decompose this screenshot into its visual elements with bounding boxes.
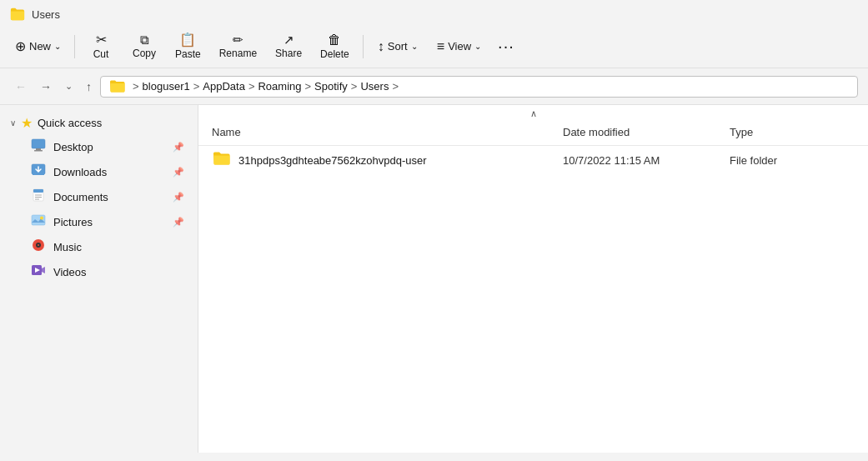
paste-label: Paste: [175, 48, 201, 60]
up-button[interactable]: ↑: [81, 77, 97, 97]
share-icon: ↗: [283, 33, 294, 46]
copy-label: Copy: [133, 48, 156, 59]
delete-button[interactable]: 🗑 Delete: [312, 28, 358, 65]
quick-access-label: Quick access: [38, 117, 102, 129]
sidebar-item-desktop[interactable]: Desktop 📌: [3, 134, 194, 159]
path-separator-5: >: [392, 80, 399, 93]
title-folder-icon: [10, 7, 25, 22]
share-button[interactable]: ↗ Share: [267, 28, 310, 65]
back-button[interactable]: ←: [10, 77, 32, 97]
file-area: ∧ Name Date modified Type 31hpdps3gdhtea…: [198, 105, 868, 453]
desktop-pin-icon: 📌: [173, 142, 184, 153]
sidebar-desktop-label: Desktop: [53, 141, 166, 153]
sidebar-item-downloads[interactable]: Downloads 📌: [3, 159, 194, 184]
main-layout: ∨ ★ Quick access Desktop 📌 Downloads 📌 D…: [0, 105, 868, 453]
view-icon: ≡: [437, 39, 444, 54]
svg-rect-6: [33, 189, 43, 193]
path-separator-0: >: [133, 80, 139, 93]
downloads-pin-icon: 📌: [173, 167, 184, 178]
path-separator-2: >: [248, 80, 255, 93]
new-chevron-icon: ⌄: [54, 42, 61, 51]
music-icon: [30, 238, 47, 255]
sidebar-item-documents[interactable]: Documents 📌: [3, 184, 194, 209]
forward-button[interactable]: →: [35, 77, 57, 97]
pictures-icon: [30, 213, 47, 230]
sort-chevron-icon: ⌄: [411, 42, 418, 51]
sidebar-item-videos[interactable]: Videos: [3, 259, 194, 284]
documents-pin-icon: 📌: [173, 192, 184, 203]
quick-access-header[interactable]: ∨ ★ Quick access: [3, 112, 194, 134]
rename-label: Rename: [219, 48, 257, 59]
folder-icon: [212, 151, 232, 170]
sidebar-music-label: Music: [53, 241, 184, 253]
videos-icon: [30, 263, 47, 280]
share-label: Share: [275, 48, 302, 59]
path-separator-3: >: [305, 80, 312, 93]
path-spotify[interactable]: Spotify: [314, 80, 348, 93]
copy-icon: ⧉: [140, 33, 149, 46]
view-button[interactable]: ≡ View ⌄: [429, 28, 489, 65]
sort-icon: ↕: [378, 39, 384, 54]
sort-label: Sort: [388, 40, 408, 53]
cut-button[interactable]: ✂ Cut: [80, 28, 122, 65]
address-bar: ← → ⌄ ↑ > bloguser1 > AppData > Roaming …: [0, 68, 868, 105]
sidebar-downloads-label: Downloads: [53, 166, 166, 178]
paste-icon: 📋: [179, 33, 196, 47]
sidebar-item-music[interactable]: Music: [3, 234, 194, 259]
quick-access-star-icon: ★: [21, 115, 33, 131]
new-plus-icon: ⊕: [15, 38, 26, 54]
column-type-header: Type: [730, 123, 855, 142]
path-users[interactable]: Users: [360, 80, 389, 93]
recent-locations-button[interactable]: ⌄: [60, 78, 78, 95]
sort-button[interactable]: ↕ Sort ⌄: [369, 28, 427, 65]
sidebar-pictures-label: Pictures: [53, 216, 166, 228]
rename-button[interactable]: ✏ Rename: [211, 28, 265, 65]
svg-rect-10: [32, 215, 45, 225]
copy-button[interactable]: ⧉ Copy: [123, 28, 165, 65]
delete-icon: 🗑: [328, 33, 341, 47]
view-chevron-icon: ⌄: [474, 42, 481, 51]
sidebar-documents-label: Documents: [53, 191, 166, 203]
cut-label: Cut: [93, 48, 109, 60]
new-button[interactable]: ⊕ New ⌄: [7, 28, 69, 65]
documents-icon: [30, 188, 47, 205]
title-bar: Users: [0, 0, 868, 25]
cut-icon: ✂: [96, 33, 107, 47]
pictures-pin-icon: 📌: [173, 217, 184, 228]
sort-chevron-indicator: ∧: [198, 105, 868, 119]
file-name: 31hpdps3gdhteabe7562kzohvpdq-user: [238, 154, 563, 167]
path-separator-1: >: [193, 80, 200, 93]
more-options-button[interactable]: ···: [491, 28, 521, 65]
title-text: Users: [32, 8, 60, 21]
toolbar-separator-2: [363, 35, 364, 58]
column-name-header[interactable]: Name: [212, 123, 563, 142]
path-appdata[interactable]: AppData: [203, 80, 245, 93]
toolbar-separator-1: [74, 35, 75, 58]
desktop-icon: [30, 138, 47, 155]
paste-button[interactable]: 📋 Paste: [167, 28, 209, 65]
svg-point-14: [38, 244, 39, 246]
svg-marker-16: [42, 267, 45, 273]
column-date-header: Date modified: [563, 123, 730, 142]
quick-access-chevron-icon: ∨: [10, 118, 16, 128]
path-separator-4: >: [351, 80, 358, 93]
table-row[interactable]: 31hpdps3gdhteabe7562kzohvpdq-user 10/7/2…: [198, 146, 868, 175]
path-roaming[interactable]: Roaming: [258, 80, 301, 93]
more-label: ···: [498, 37, 514, 56]
sidebar: ∨ ★ Quick access Desktop 📌 Downloads 📌 D…: [0, 105, 198, 453]
svg-rect-1: [36, 148, 41, 150]
delete-label: Delete: [320, 48, 349, 60]
file-date: 10/7/2022 11:15 AM: [563, 154, 730, 167]
downloads-icon: [30, 163, 47, 180]
path-bloguser1[interactable]: bloguser1: [143, 80, 190, 93]
file-list-header: Name Date modified Type: [198, 119, 868, 146]
path-folder-icon: [109, 80, 126, 93]
file-type: File folder: [730, 154, 855, 167]
svg-rect-4: [33, 173, 44, 175]
svg-rect-2: [34, 150, 43, 152]
address-path[interactable]: > bloguser1 > AppData > Roaming > Spotif…: [100, 76, 858, 98]
sidebar-videos-label: Videos: [53, 266, 184, 278]
new-label: New: [29, 40, 51, 53]
sidebar-item-pictures[interactable]: Pictures 📌: [3, 209, 194, 234]
view-label: View: [448, 40, 471, 53]
